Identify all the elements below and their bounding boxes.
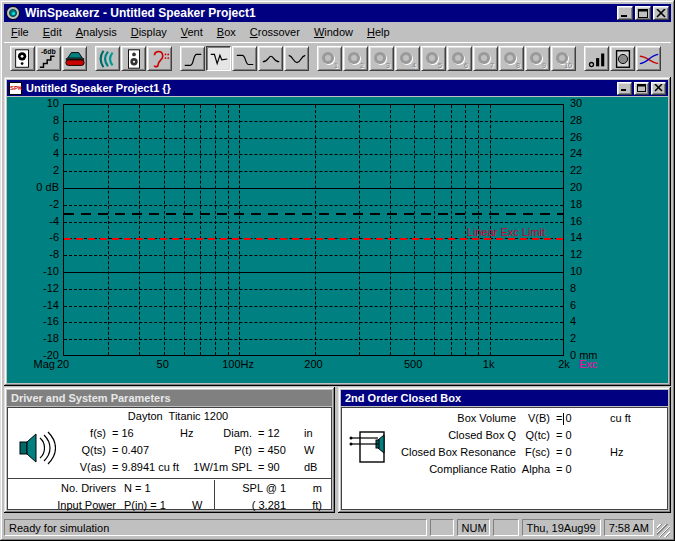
x-tick-label: 500 <box>391 358 435 370</box>
num-lock-label: NUM <box>462 522 487 534</box>
grid-line-v-major <box>239 105 240 355</box>
param-unit: dB <box>304 461 317 473</box>
toolbar-button-speaker-monitor[interactable] <box>610 46 635 71</box>
toolbar-button-overlay-9[interactable]: 9 <box>525 46 550 71</box>
close-button[interactable] <box>653 6 669 20</box>
minimize-icon <box>620 9 630 18</box>
overlay-number: 8 <box>516 62 520 69</box>
title-bar[interactable]: WinSpeakerz - Untitled Speaker Project1 <box>4 4 671 22</box>
toolbar-button-spl-meter[interactable] <box>584 46 609 71</box>
toolbar-button-overlay-1[interactable]: 1 <box>317 46 342 71</box>
y-left-label: 8 <box>11 114 59 126</box>
toolbar-button-overlay-5[interactable]: 5 <box>421 46 446 71</box>
y-right-label: 28 <box>570 114 582 126</box>
date-label: Thu, 19Aug99 <box>527 522 596 534</box>
box-param-name: Alpha <box>520 463 550 475</box>
minimize-icon <box>620 84 629 92</box>
menu-item-edit[interactable]: Edit <box>36 24 69 40</box>
minimize-button[interactable] <box>617 6 633 20</box>
close-icon <box>654 84 663 92</box>
overlay-number: 4 <box>412 62 416 69</box>
toolbar-button-bandpass-response[interactable] <box>258 46 283 71</box>
toolbar-button-overlay-3[interactable]: 3 <box>369 46 394 71</box>
toolbar-button-crossover-network[interactable] <box>636 46 661 71</box>
toolbar-button-highpass-response[interactable] <box>180 46 205 71</box>
grid-line-v <box>139 105 140 355</box>
grid-line-v <box>359 105 360 355</box>
toolbar-group-project: -6db <box>10 46 87 71</box>
y-left-label: -10 <box>11 265 59 277</box>
document-minimize-button[interactable] <box>617 82 632 95</box>
auto-sound-icon <box>64 48 86 70</box>
param-unit: W <box>304 444 314 456</box>
menu-item-vent[interactable]: Vent <box>174 24 210 40</box>
driver-panel-title: Driver and System Parameters <box>11 392 171 404</box>
overlay-disc-icon <box>322 52 334 64</box>
speaker-project-icon[interactable]: SPK <box>9 82 22 95</box>
status-time: 7:58 AM <box>604 519 654 536</box>
box-param-name: Q(tc) <box>520 429 550 441</box>
spl-distance-unit: m <box>296 482 322 494</box>
overlay-disc-icon <box>374 52 386 64</box>
menu-item-crossover[interactable]: Crossover <box>243 24 307 40</box>
y-right-label: 16 <box>570 215 582 227</box>
menu-item-window[interactable]: Window <box>307 24 360 40</box>
toolbar-button-auto-sound[interactable] <box>62 46 87 71</box>
box-panel-title-bar[interactable]: 2nd Order Closed Box <box>341 390 668 406</box>
grid-line-v <box>200 105 201 355</box>
document-title-bar[interactable]: SPK Untitled Speaker Project1 {} <box>7 80 668 96</box>
menu-item-help[interactable]: Help <box>360 24 397 40</box>
close-icon <box>656 9 666 18</box>
driver-parameters-panel: Driver and System Parameters Dayton Tita… <box>4 387 335 513</box>
toolbar-button-notch-response[interactable] <box>284 46 309 71</box>
y-right-label: 2 <box>570 332 576 344</box>
num-lock-indicator: NUM <box>457 519 490 536</box>
box-param-value: = 0 <box>556 446 572 458</box>
menu-item-box[interactable]: Box <box>210 24 243 40</box>
menu-item-analysis[interactable]: Analysis <box>69 24 124 40</box>
x-axis-corner-label-mag: Mag <box>11 358 55 370</box>
grid-line-v-major <box>414 105 415 355</box>
toolbar-button-transient-response[interactable] <box>206 46 231 71</box>
box-param-value: = 0 <box>556 412 572 424</box>
menu-item-file[interactable]: File <box>4 24 36 40</box>
toolbar-button-overlay-10[interactable]: 10 <box>551 46 576 71</box>
box-param-name: V(B) <box>520 412 550 424</box>
lowpass-response-icon <box>234 48 256 70</box>
maximize-button[interactable] <box>635 6 651 20</box>
y-left-label: -16 <box>11 315 59 327</box>
toolbar-button-driver-editor[interactable] <box>10 46 35 71</box>
toolbar-button-lowpass-response[interactable] <box>232 46 257 71</box>
grid-line-v <box>108 105 109 355</box>
toolbar-button-minus-6db[interactable]: -6db <box>36 46 61 71</box>
toolbar-button-listening-ear[interactable] <box>147 46 172 71</box>
toolbar-button-signal-waves[interactable] <box>95 46 120 71</box>
y-right-label: 6 <box>570 299 576 311</box>
grid-line-v-major <box>315 105 316 355</box>
toolbar-button-overlay-6[interactable]: 6 <box>447 46 472 71</box>
document-close-button[interactable] <box>651 82 666 95</box>
toolbar-button-overlay-8[interactable]: 8 <box>499 46 524 71</box>
y-left-label: -12 <box>11 282 59 294</box>
driver-panel-title-bar[interactable]: Driver and System Parameters <box>7 390 332 406</box>
box-param-label: Compliance Ratio <box>344 463 516 475</box>
toolbar-group-overlays: 12345678910 <box>317 46 576 71</box>
speaker-monitor-icon <box>612 48 634 70</box>
x-tick-label: 50 <box>141 358 185 370</box>
menu-item-display[interactable]: Display <box>124 24 174 40</box>
y-right-label: 24 <box>570 147 582 159</box>
app-icon[interactable] <box>6 6 20 20</box>
status-message: Ready for simulation <box>9 522 109 534</box>
time-label: 7:58 AM <box>609 522 649 534</box>
status-bar: Ready for simulation NUM Thu, 19Aug99 7:… <box>4 516 671 537</box>
toolbar-button-overlay-7[interactable]: 7 <box>473 46 498 71</box>
toolbar-button-overlay-2[interactable]: 2 <box>343 46 368 71</box>
document-maximize-button[interactable] <box>634 82 649 95</box>
toolbar-group-responses <box>180 46 309 71</box>
toolbar-button-overlay-4[interactable]: 4 <box>395 46 420 71</box>
toolbar-button-speaker-cabinet[interactable] <box>121 46 146 71</box>
overlay-number: 2 <box>360 62 364 69</box>
y-right-label: 22 <box>570 164 582 176</box>
resize-grip[interactable] <box>657 524 670 537</box>
y-right-label: 26 <box>570 131 582 143</box>
